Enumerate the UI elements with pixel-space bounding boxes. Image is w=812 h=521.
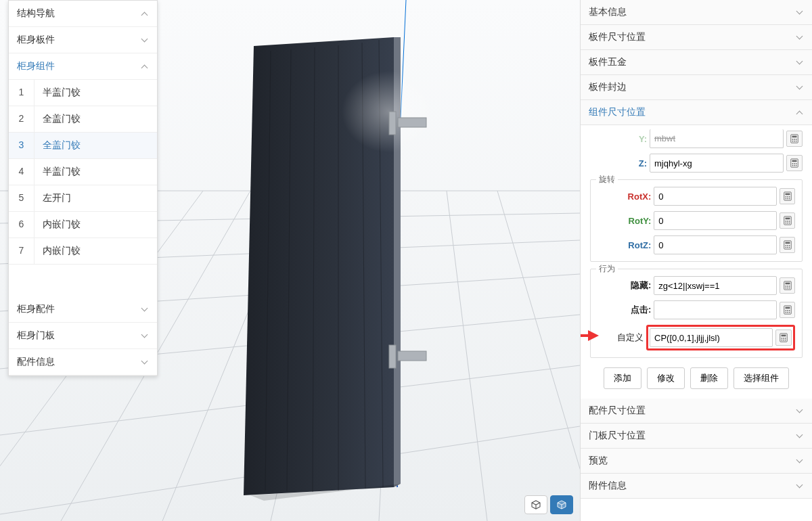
list-item[interactable]: 5 左开门: [9, 185, 157, 212]
section-panel-edge[interactable]: 板件封边: [581, 75, 812, 100]
svg-point-49: [785, 196, 786, 198]
roty-input[interactable]: [654, 211, 777, 230]
svg-rect-29: [398, 351, 426, 361]
section-fitting[interactable]: 柜身配件: [9, 296, 157, 323]
svg-point-81: [785, 310, 786, 311]
section-preview[interactable]: 预览: [581, 449, 812, 474]
arrow-icon: [581, 327, 599, 344]
calculator-icon[interactable]: [775, 330, 792, 346]
svg-point-86: [788, 312, 790, 313]
calculator-icon[interactable]: [786, 155, 803, 171]
chevron-down-icon: [142, 332, 149, 339]
rotx-input[interactable]: [654, 187, 777, 206]
section-panel-hardware[interactable]: 板件五金: [581, 50, 812, 75]
svg-point-57: [785, 221, 786, 222]
svg-rect-64: [785, 242, 790, 244]
rotx-label: RotX:: [597, 191, 654, 202]
svg-point-66: [787, 245, 788, 246]
delete-button[interactable]: 删除: [690, 367, 728, 389]
section-door-size[interactable]: 门板尺寸位置: [581, 424, 812, 449]
svg-point-77: [787, 288, 788, 289]
svg-point-91: [785, 338, 786, 339]
svg-point-76: [785, 288, 786, 289]
click-input[interactable]: [654, 300, 777, 319]
solid-view-button[interactable]: [550, 495, 573, 514]
pos-y-label: Y:: [590, 134, 650, 144]
section-label: 配件尺寸位置: [589, 405, 646, 417]
edit-button[interactable]: 修改: [647, 367, 685, 389]
pos-y-input[interactable]: [650, 129, 784, 148]
svg-point-45: [794, 165, 795, 166]
behavior-legend: 行为: [596, 263, 618, 275]
calculator-icon[interactable]: [786, 131, 803, 147]
svg-point-92: [782, 340, 783, 341]
rotz-input[interactable]: [654, 235, 777, 254]
svg-point-61: [787, 223, 788, 224]
chevron-up-icon: [797, 109, 804, 116]
section-panel-size[interactable]: 板件尺寸位置: [581, 25, 812, 50]
svg-point-33: [792, 139, 794, 140]
pos-z-input[interactable]: [650, 154, 784, 173]
hide-label: 隐藏:: [597, 279, 654, 292]
custom-input[interactable]: [650, 328, 773, 347]
section-label: 预览: [589, 455, 608, 467]
wireframe-view-button[interactable]: [524, 495, 547, 514]
section-panel[interactable]: 柜身板件: [9, 27, 157, 53]
svg-point-75: [788, 286, 790, 287]
rotz-label: RotZ:: [597, 240, 654, 250]
svg-point-67: [788, 245, 790, 246]
list-item[interactable]: 3 全盖门铰: [9, 133, 157, 159]
list-item[interactable]: 7 内嵌门铰: [9, 238, 157, 265]
svg-point-54: [788, 198, 790, 200]
chevron-down-icon: [797, 34, 804, 41]
chevron-down-icon: [142, 37, 149, 43]
svg-marker-96: [588, 330, 599, 341]
behavior-fieldset: 行为 隐藏: 点击: 自定义: [590, 269, 803, 358]
list-item[interactable]: 6 内嵌门铰: [9, 212, 157, 238]
nav-title[interactable]: 结构导航: [9, 1, 157, 27]
svg-rect-28: [389, 345, 396, 368]
calculator-icon[interactable]: [780, 302, 795, 318]
list-item[interactable]: 2 全盖门铰: [9, 106, 157, 133]
select-component-button[interactable]: 选择组件: [734, 367, 789, 389]
section-doorpanel[interactable]: 柜身门板: [9, 323, 157, 349]
section-panel-label: 柜身板件: [17, 34, 55, 46]
svg-point-83: [788, 310, 790, 311]
list-item[interactable]: 4 半盖门铰: [9, 159, 157, 185]
section-fitting-info[interactable]: 配件信息: [9, 349, 157, 376]
section-basic-info[interactable]: 基本信息: [581, 0, 812, 25]
calculator-icon[interactable]: [780, 237, 795, 253]
chevron-down-icon: [797, 432, 804, 439]
section-component[interactable]: 柜身组件: [9, 53, 157, 80]
svg-point-65: [785, 245, 786, 246]
section-component-size[interactable]: 组件尺寸位置: [581, 100, 812, 125]
chevron-down-icon: [797, 482, 804, 489]
section-fitting-info-label: 配件信息: [17, 356, 55, 368]
svg-point-68: [785, 247, 786, 248]
add-button[interactable]: 添加: [604, 367, 641, 389]
view-mode-buttons: [524, 495, 573, 514]
svg-point-85: [787, 312, 788, 313]
calculator-icon[interactable]: [780, 188, 795, 204]
svg-rect-80: [785, 307, 790, 309]
svg-point-69: [787, 247, 788, 248]
rotation-legend: 旋转: [596, 174, 618, 185]
hide-input[interactable]: [654, 276, 777, 295]
svg-point-60: [785, 223, 786, 224]
section-attachment-info[interactable]: 附件信息: [581, 474, 812, 499]
calculator-icon[interactable]: [780, 212, 795, 229]
list-item[interactable]: 1 半盖门铰: [9, 80, 157, 106]
svg-point-73: [785, 286, 786, 287]
svg-point-38: [796, 141, 797, 142]
svg-point-51: [788, 196, 790, 198]
calculator-icon[interactable]: [780, 277, 795, 294]
chevron-down-icon: [797, 407, 804, 414]
svg-point-35: [796, 139, 797, 140]
svg-point-37: [794, 141, 795, 142]
click-label: 点击:: [597, 304, 654, 316]
section-fitting-size[interactable]: 配件尺寸位置: [581, 399, 812, 424]
svg-point-34: [794, 139, 795, 140]
chevron-up-icon: [142, 10, 149, 17]
chevron-down-icon: [797, 457, 804, 464]
svg-point-46: [796, 165, 797, 166]
